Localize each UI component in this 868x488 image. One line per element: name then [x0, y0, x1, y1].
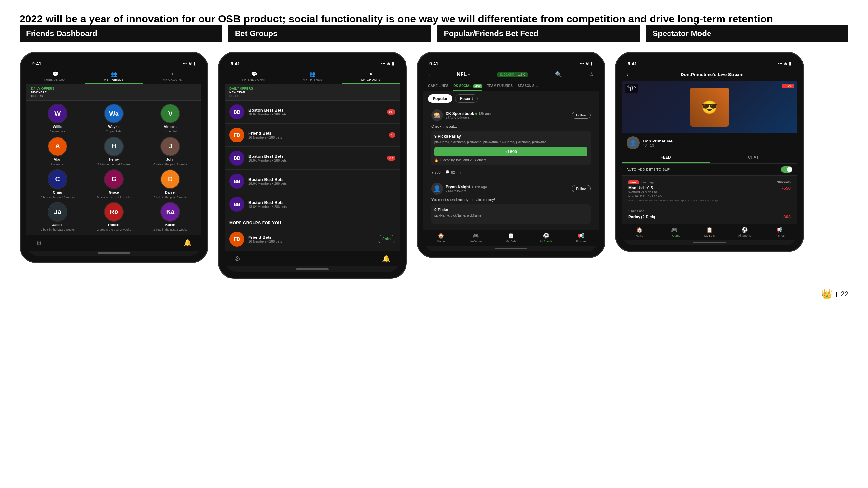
phone2-group-list: BB Boston Best Bets 18.6K Members • 286 …	[225, 100, 400, 216]
follow-button-1[interactable]: Follow	[572, 185, 591, 192]
feed-nav-team-futures[interactable]: TEAM FUTURES	[487, 82, 513, 91]
phone4-status-icons: ▪▪▪ ≋ ▮	[778, 62, 791, 66]
wifi-icon: ≋	[586, 62, 589, 66]
friend-vincent[interactable]: V Vincent 1 open bet	[144, 104, 197, 133]
phone2-wrapper: 9:41 ▪▪▪ ≋ ▮ 💬 FRIENDS CHAT 👥 MY	[218, 52, 407, 279]
tab-feed[interactable]: FEED	[622, 153, 710, 163]
suggested-group[interactable]: FB Friend Bets 16 Members • 286 bets Joi…	[225, 228, 400, 251]
friend-jacob[interactable]: Ja Jacob 2 bets in the past 2 weeks	[31, 202, 84, 232]
nav-home[interactable]: 🏠 Home	[424, 230, 459, 246]
nav-in-game[interactable]: 🎮 In-Game	[459, 230, 494, 246]
new-badge-0: NEW	[628, 180, 639, 185]
phone1-time: 9:41	[32, 61, 41, 66]
nav4-home[interactable]: 🏠 Home	[622, 224, 657, 240]
tab-chat[interactable]: CHAT	[710, 153, 797, 163]
daniel-avatar: D	[160, 169, 180, 189]
filter-recent[interactable]: Recent	[455, 94, 478, 103]
nav4-all-sports[interactable]: ⚽ All Sports	[727, 224, 762, 240]
craig-avatar: C	[48, 169, 67, 189]
phone4-status-bar: 9:41 ▪▪▪ ≋ ▮	[622, 59, 797, 68]
friend-karen[interactable]: Ka Karen 2 bets in the past 2 weeks	[144, 202, 197, 232]
phone1-tab-friends-chat[interactable]: 💬 FRIENDS CHAT	[26, 68, 85, 84]
follow-button-0[interactable]: Follow	[572, 111, 591, 119]
phone2-status-icons: ▪▪▪ ≋ ▮	[381, 62, 394, 66]
bet-odds-btn-0[interactable]: +1890	[434, 147, 587, 157]
phone2-tab-my-friends[interactable]: 👥 MY FRIENDS	[283, 68, 341, 84]
star-icon[interactable]: ☆	[589, 71, 594, 78]
group-info-2: Boston Best Bets 18.6K Members • 286 bet…	[248, 154, 383, 162]
group-item-4[interactable]: BB Boston Best Bets 18.6K Members • 286 …	[225, 193, 400, 216]
phone1-tab-my-groups[interactable]: ✦ MY GROUPS	[143, 68, 202, 84]
phones-row: 9:41 ▪▪▪ ≋ ▮ 💬 FRIENDS CHAT 👥 MY	[20, 52, 848, 279]
feed-nav-game-lines[interactable]: GAME LINES	[428, 82, 448, 91]
live-badge: LIVE	[782, 84, 795, 89]
group-item-0[interactable]: BB Boston Best Bets 18.6K Members • 286 …	[225, 100, 400, 124]
group-item-3[interactable]: BB Boston Best Bets 18.6K Members • 286 …	[225, 170, 400, 193]
friend-henry[interactable]: H Henry 12 bets in the past 2 weeks	[87, 137, 140, 166]
balance-change: ↓	[515, 73, 517, 76]
nav4-promos[interactable]: 📢 Promos	[762, 224, 797, 240]
friend-john[interactable]: J John 6 bets in the past 2 weeks	[144, 137, 197, 166]
phone4: 9:41 ▪▪▪ ≋ ▮ ‹ Don.Primetime's Live Stre…	[615, 52, 804, 252]
verified-icon: ●	[475, 111, 477, 116]
person-icon: 👤	[434, 185, 441, 192]
nfl-badge[interactable]: NFL ▾	[457, 72, 470, 77]
friend-craig[interactable]: C Craig 8 bets in the past 2 weeks	[31, 169, 84, 199]
group-item-2[interactable]: BB Boston Best Bets 18.6K Members • 286 …	[225, 147, 400, 170]
nav4-my-bets[interactable]: 📋 My Bets	[692, 224, 727, 240]
my-bets-icon: 📋	[706, 227, 713, 233]
settings-icon[interactable]: ⚙	[36, 239, 42, 247]
group-item-1[interactable]: FB Friend Bets 16 Members • 286 bets 9	[225, 124, 400, 147]
filter-popular[interactable]: Popular	[428, 94, 453, 103]
live-video: 4.82K 12 😎 LIVE	[622, 81, 797, 133]
footer-separator: |	[836, 291, 837, 297]
viewer-count: 4.82K 12	[625, 84, 638, 93]
friend-grace[interactable]: G Grace 8 bets in the past 2 weeks	[87, 169, 140, 199]
bell-icon[interactable]: 🔔	[184, 239, 192, 247]
streamer-info: Don.Primetime 48 - 13	[643, 139, 673, 148]
phone2-tab-my-groups[interactable]: ✦ MY GROUPS	[342, 68, 400, 84]
phone2-tab-friends-chat[interactable]: 💬 FRIENDS CHAT	[225, 68, 283, 84]
share-action[interactable]: ↑	[460, 170, 462, 174]
phone1-status-icons: ▪▪▪ ≋ ▮	[183, 62, 195, 66]
phone2-bottom-bar: ⚙ 🔔	[225, 251, 400, 266]
phone2: 9:41 ▪▪▪ ≋ ▮ 💬 FRIENDS CHAT 👥 MY	[218, 52, 407, 279]
bell-icon[interactable]: 🔔	[382, 255, 390, 263]
balance-badge: $129.68K ↓ 1.5K	[497, 72, 528, 77]
comment-action[interactable]: 💬 82	[445, 170, 455, 174]
group-info-0: Boston Best Bets 18.6K Members • 286 bet…	[248, 108, 383, 116]
post-card-1: 👤 Bryan Knight ● 12h ago 2.6M followers …	[428, 180, 594, 226]
search-icon[interactable]: 🔍	[555, 71, 562, 78]
phone3-feed-nav: GAME LINES DK SOCIAL NEW TEAM FUTURES SE…	[424, 82, 598, 91]
nav4-in-game[interactable]: 🎮 In-Game	[657, 224, 692, 240]
auto-add-toggle[interactable]	[781, 166, 793, 173]
feed-nav-season-si[interactable]: SEASON SI...	[518, 82, 538, 91]
friend-daniel[interactable]: D Daniel 2 bets in the past 2 weeks	[144, 169, 197, 199]
friend-alan[interactable]: A Alan 1 open bet	[31, 137, 84, 166]
join-group-button[interactable]: Join	[377, 235, 396, 243]
group-avatar-4: BB	[229, 197, 244, 212]
section-headers-row: Friends Dashboard Bet Groups Popular/Fri…	[20, 25, 848, 42]
poster-info-1: Bryan Knight ● 12h ago 2.6M followers	[445, 185, 569, 193]
back-icon[interactable]: ‹	[428, 71, 430, 78]
phone3-time: 9:41	[429, 61, 438, 66]
nav-promos[interactable]: 📢 Promos	[563, 230, 598, 246]
feed-chat-tabs: FEED CHAT	[622, 153, 797, 164]
settings-icon[interactable]: ⚙	[235, 255, 241, 263]
like-action[interactable]: ♥ 286	[431, 170, 441, 174]
bet-feed-item-1: 5 mins ago Parlay (2 Pick) -303	[625, 207, 794, 222]
friend-wayne[interactable]: Wa Wayne 2 open bets	[87, 104, 140, 133]
signal-icon: ▪▪▪	[381, 62, 385, 66]
feed-nav-dk-social[interactable]: DK SOCIAL NEW	[453, 82, 482, 91]
friend-willie[interactable]: W Willie 3 open bets	[31, 104, 84, 133]
home-icon: 🏠	[636, 227, 643, 233]
back-icon[interactable]: ‹	[626, 71, 628, 78]
phone1-tab-my-friends[interactable]: 👥 MY FRIENDS	[85, 68, 143, 84]
all-sports-icon: ⚽	[741, 227, 748, 233]
phone4-bottom-nav: 🏠 Home 🎮 In-Game 📋 My Bets ⚽ All Sports	[622, 224, 797, 240]
share-icon: ↑	[460, 170, 462, 174]
friend-robert[interactable]: Ro Robert 2 bets in the past 2 weeks	[87, 202, 140, 232]
nav-my-bets[interactable]: 📋 My Bets	[493, 230, 529, 246]
section-header-0: Friends Dashboard	[20, 25, 222, 42]
nav-all-sports[interactable]: ⚽ All Sports	[529, 230, 564, 246]
